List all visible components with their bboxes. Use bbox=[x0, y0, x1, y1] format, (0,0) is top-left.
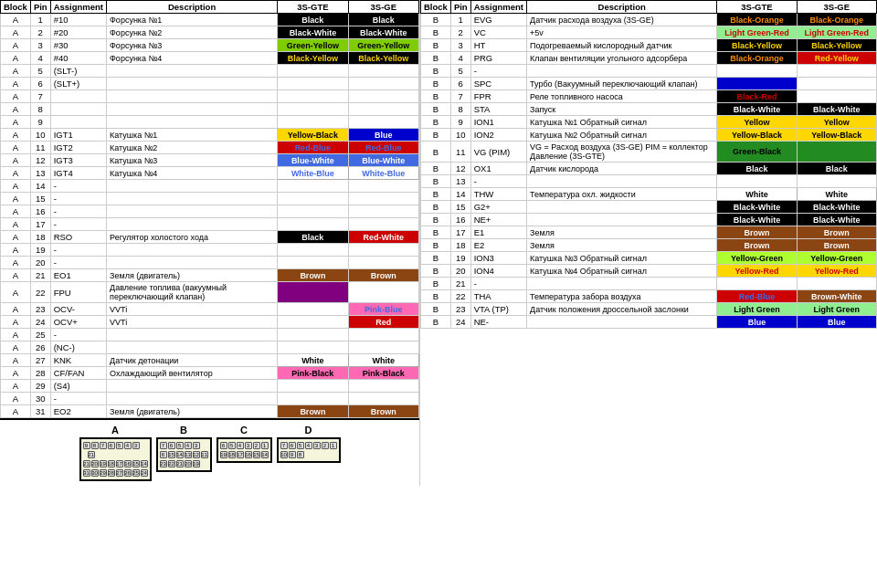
block-cell: B bbox=[421, 239, 451, 252]
assign-cell: (NC-) bbox=[50, 341, 106, 354]
pin: 2 bbox=[253, 442, 260, 449]
pin-cell: 26 bbox=[30, 341, 50, 354]
ge-cell: Green-Yellow bbox=[348, 39, 418, 52]
assign-cell: SPC bbox=[470, 78, 526, 90]
desc-cell bbox=[107, 78, 278, 90]
block-cell: B bbox=[421, 14, 451, 26]
ge-cell bbox=[797, 65, 876, 78]
pin: 19 bbox=[220, 451, 227, 458]
gte-cell bbox=[278, 380, 348, 393]
pin: 15 bbox=[132, 460, 140, 467]
block-cell: A bbox=[1, 354, 31, 367]
table-row: B23VTA (TP)Датчик положения дроссельной … bbox=[421, 303, 877, 316]
pin: 26 bbox=[124, 469, 132, 477]
table-row: A25- bbox=[1, 329, 419, 341]
table-row: B15G2+Black-WhiteBlack-White bbox=[421, 201, 877, 214]
right-header-gte: 3S-GTE bbox=[717, 1, 797, 14]
gte-cell bbox=[278, 393, 348, 405]
pin: 24 bbox=[141, 469, 148, 477]
gte-cell: Brown bbox=[278, 405, 348, 418]
assign-cell: OCV- bbox=[50, 303, 106, 316]
pin-cell: 9 bbox=[450, 116, 470, 129]
desc-cell bbox=[527, 214, 717, 226]
block-cell: A bbox=[1, 205, 31, 218]
gte-cell: Green-Yellow bbox=[278, 39, 348, 52]
desc-cell: Датчик положения дроссельной заслонки bbox=[527, 303, 717, 316]
right-header-desc: Description bbox=[527, 1, 717, 14]
pin: 17 bbox=[116, 460, 123, 467]
ge-cell: Pink-Black bbox=[348, 367, 418, 380]
table-row: A24OCV+VVTiRed bbox=[1, 316, 419, 329]
pin: 31 bbox=[83, 469, 90, 477]
desc-cell: Давление топлива (вакуумный переключающи… bbox=[107, 282, 278, 303]
gte-cell bbox=[278, 193, 348, 205]
desc-cell: Клапан вентиляции угольного адсорбера bbox=[527, 52, 717, 65]
desc-cell bbox=[527, 278, 717, 290]
ge-cell: Red-Blue bbox=[348, 142, 418, 154]
pin: 6 bbox=[108, 442, 115, 449]
block-cell: B bbox=[421, 65, 451, 78]
left-header-assign: Assignment bbox=[50, 1, 106, 14]
pin: 7 bbox=[100, 442, 107, 449]
pin-cell: 21 bbox=[450, 278, 470, 290]
table-row: A30- bbox=[1, 393, 419, 405]
table-row: A27KNKДатчик детонацииWhiteWhite bbox=[1, 354, 419, 367]
ge-cell: Yellow-Black bbox=[797, 129, 876, 142]
pin: 15 bbox=[253, 451, 260, 458]
pin: 3 bbox=[193, 442, 200, 449]
assign-cell: (SLT-) bbox=[50, 65, 106, 78]
pin-cell: 4 bbox=[450, 52, 470, 65]
assign-cell: NE- bbox=[470, 316, 526, 329]
connector-a-label: A bbox=[79, 425, 152, 436]
pin-cell: 9 bbox=[30, 116, 50, 129]
table-row: A11IGT2Катушка №2Red-BlueRed-Blue bbox=[1, 142, 419, 154]
gte-cell: Black-Orange bbox=[717, 52, 797, 65]
pin-cell: 25 bbox=[30, 329, 50, 341]
block-cell: A bbox=[1, 405, 31, 418]
table-row: A4#40Форсунка №4Black-YellowBlack-Yellow bbox=[1, 52, 419, 65]
pin: 3 bbox=[313, 442, 321, 449]
block-cell: A bbox=[1, 393, 31, 405]
desc-cell bbox=[107, 180, 278, 193]
desc-cell: Катушка №3 Обратный сигнал bbox=[527, 252, 717, 265]
gte-cell bbox=[278, 103, 348, 116]
gte-cell: Black-White bbox=[717, 214, 797, 226]
table-row: A28CF/FANОхлаждающий вентиляторPink-Blac… bbox=[1, 367, 419, 380]
table-row: B22THAТемпература забора воздухаRed-Blue… bbox=[421, 290, 877, 303]
assign-cell: ION1 bbox=[470, 116, 526, 129]
ge-cell: Black-White bbox=[797, 103, 876, 116]
table-row: B18E2ЗемляBrownBrown bbox=[421, 239, 877, 252]
block-cell: B bbox=[421, 201, 451, 214]
ge-cell bbox=[348, 218, 418, 231]
block-cell: B bbox=[421, 163, 451, 175]
connector-a-grid: 9876543 21 2120191817161514 313029282726… bbox=[79, 437, 152, 481]
desc-cell: Регулятор холостого хода bbox=[107, 231, 278, 244]
pin-cell: 8 bbox=[450, 103, 470, 116]
table-row: A9 bbox=[1, 116, 419, 129]
pin: 28 bbox=[108, 469, 115, 477]
gte-cell bbox=[278, 116, 348, 129]
pin: 5 bbox=[116, 442, 123, 449]
gte-cell bbox=[278, 282, 348, 303]
assign-cell: IGT4 bbox=[50, 167, 106, 180]
pin-cell: 20 bbox=[450, 265, 470, 278]
pin: 10 bbox=[280, 451, 288, 458]
assign-cell: VC bbox=[470, 26, 526, 39]
block-cell: B bbox=[421, 278, 451, 290]
assign-cell: RSO bbox=[50, 231, 106, 244]
assign-cell: VTA (TP) bbox=[470, 303, 526, 316]
block-cell: A bbox=[1, 257, 31, 269]
block-cell: A bbox=[1, 65, 31, 78]
pin-cell: 17 bbox=[450, 226, 470, 239]
left-header-pin: Pin bbox=[30, 1, 50, 14]
connector-b-label: B bbox=[156, 425, 212, 436]
gte-cell: Brown bbox=[717, 239, 797, 252]
desc-cell bbox=[527, 175, 717, 188]
block-cell: B bbox=[421, 103, 451, 116]
pin-cell: 14 bbox=[450, 188, 470, 201]
block-cell: B bbox=[421, 188, 451, 201]
pin: 3 bbox=[245, 442, 252, 449]
desc-cell bbox=[107, 205, 278, 218]
pin: 20 bbox=[185, 460, 192, 467]
ge-cell: Light Green bbox=[797, 303, 876, 316]
